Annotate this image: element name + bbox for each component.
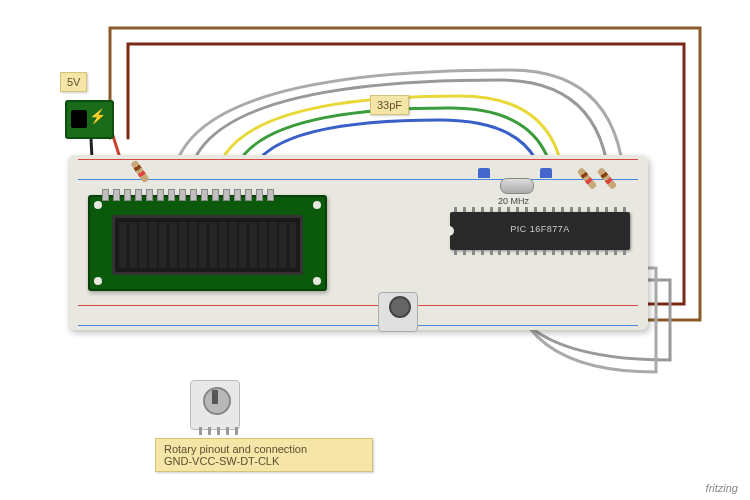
cap-value-text: 33pF — [377, 99, 402, 111]
voltage-label-note: 5V — [60, 72, 87, 92]
voltage-text: 5V — [67, 76, 80, 88]
rotary-note-pins: GND-VCC-SW-DT-CLK — [164, 455, 364, 467]
pic-microcontroller: PIC 16F877A — [450, 212, 630, 250]
chip-label: PIC 16F877A — [450, 224, 630, 234]
crystal-freq-label: 20 MHz — [498, 196, 529, 206]
rotary-encoder — [190, 380, 240, 430]
lcd-header-pins — [102, 189, 274, 201]
circuit-canvas: 5V 33pF 20 MHz PIC 16F877A — [0, 0, 750, 500]
rotary-note-title: Rotary pinout and connection — [164, 443, 364, 455]
crystal-20mhz — [500, 178, 534, 194]
capacitor-label-note: 33pF — [370, 95, 409, 115]
fritzing-credit: fritzing — [706, 482, 738, 494]
rotary-label-note: Rotary pinout and connection GND-VCC-SW-… — [155, 438, 373, 472]
capacitor-33pf-1 — [478, 168, 490, 178]
lcd-screen — [112, 215, 303, 275]
lcd-16x2 — [88, 195, 327, 291]
trimmer-potentiometer — [378, 292, 418, 332]
capacitor-33pf-2 — [540, 168, 552, 178]
power-jack-5v — [65, 100, 114, 139]
